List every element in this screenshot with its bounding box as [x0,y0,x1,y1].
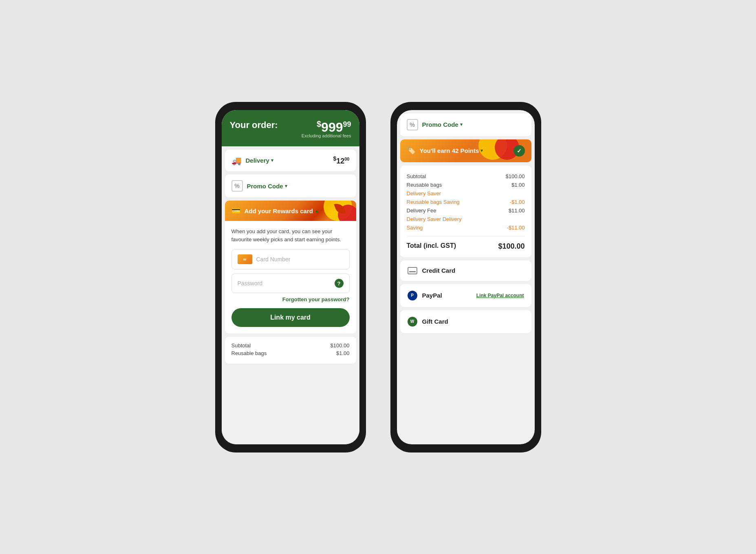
order-title: Your order: [230,120,278,130]
phone1-summary: Subtotal $100.00 Reusable bags $1.00 [225,337,356,364]
price-main: 999 [321,119,343,134]
delivery-chevron: ▾ [271,158,273,163]
link-card-button[interactable]: Link my card [231,308,350,327]
phone-1-notch [274,102,307,110]
points-chevron: ▾ [480,148,483,153]
rewards-header-left: 💳 Add your Rewards card ▲ [231,206,319,215]
points-check-icon: ✓ [514,145,525,157]
price-cents: 99 [343,120,351,128]
gift-card-option[interactable]: W Gift Card [400,310,531,333]
help-icon[interactable]: ? [335,279,344,288]
excluding-fees: Excluding additional fees [302,133,351,138]
points-banner[interactable]: 🏷️ You'll earn 42 Points ▾ ✓ [400,139,531,162]
delivery-price-cents: 00 [344,157,349,161]
woolworths-icon: W [408,317,417,327]
rewards-card-mini-icon: W [238,254,252,264]
promo-section-2[interactable]: % Promo Code ▾ [400,113,531,136]
rewards-header[interactable]: 💳 Add your Rewards card ▲ [225,201,356,221]
promo-section[interactable]: % Promo Code ▾ [225,174,356,197]
credit-card-label: Credit Card [422,267,524,274]
subtotal-row: Subtotal $100.00 [231,342,350,349]
rewards-card-icon: 💳 [231,206,240,215]
paypal-option[interactable]: P PayPal Link PayPal account [400,284,531,307]
points-rewards-icon: 🏷️ [407,146,416,155]
paypal-icon: P [408,291,417,300]
delivery-price: $1200 [333,155,349,166]
link-paypal-text[interactable]: Link PayPal account [476,293,524,298]
total-value: $100.00 [498,242,525,251]
delivery-truck-icon: 🚚 [231,156,242,166]
total-row: Total (incl. GST) $100.00 [407,236,525,251]
points-text: You'll earn 42 Points ▾ [420,147,509,154]
rewards-section: 💳 Add your Rewards card ▲ [225,201,356,333]
summary-row-delivery-saving: Saving -$11.00 [407,223,525,232]
summary-row-delivery-fee: Delivery Fee $11.00 [407,206,525,215]
rewards-body: When you add your card, you can see your… [225,221,356,333]
phone-2-screen: % Promo Code ▾ 🏷️ You'll earn 42 Points … [397,110,535,444]
summary-row-bags: Reusable bags $1.00 [407,181,525,189]
promo-icon: % [231,180,243,192]
phone-2: % Promo Code ▾ 🏷️ You'll earn 42 Points … [390,102,541,452]
rewards-decoration [324,201,356,221]
gift-card-label: Gift Card [422,318,524,325]
card-number-placeholder: Card Number [256,256,291,263]
price-dollar-sign: $ [317,119,321,128]
subtotal-value: $100.00 [331,342,350,349]
password-placeholder: Password [238,280,262,287]
password-input[interactable]: Password ? [231,274,350,293]
order-price: $99999 [302,120,351,134]
delivery-left: 🚚 Delivery ▾ [231,156,273,166]
promo-label: Promo Code ▾ [247,183,287,190]
reusable-value: $1.00 [336,350,350,356]
phone-1-screen: Your order: $99999 Excluding additional … [222,110,359,444]
card-number-input[interactable]: W Card Number [231,249,350,269]
summary-row-bags-saving: Reusable bags Saving -$1.00 [407,198,525,206]
page-container: Your order: $99999 Excluding additional … [191,77,566,477]
order-header: Your order: $99999 Excluding additional … [222,110,359,147]
delivery-label: Delivery ▾ [246,157,273,164]
promo-label-2: Promo Code ▾ [422,121,463,128]
rewards-description: When you add your card, you can see your… [231,227,350,243]
reusable-label: Reusable bags [231,350,267,356]
phone-1-content: 🚚 Delivery ▾ $1200 % Promo Code [222,146,359,444]
phone-1: Your order: $99999 Excluding additional … [215,102,366,452]
total-label: Total (incl. GST) [407,242,456,251]
promo-chevron: ▾ [285,183,287,189]
credit-card-option[interactable]: Credit Card [400,260,531,281]
promo-chevron-2: ▾ [460,122,463,127]
reusable-row: Reusable bags $1.00 [231,350,350,356]
summary-row-subtotal: Subtotal $100.00 [407,172,525,181]
forgotten-password-link[interactable]: Forgotten your password? [231,296,350,302]
phone-2-content: % Promo Code ▾ 🏷️ You'll earn 42 Points … [397,110,535,444]
order-price-container: $99999 Excluding additional fees [302,120,351,139]
subtotal-label: Subtotal [231,342,251,349]
rewards-chevron: ▲ [315,208,319,213]
credit-card-icon [408,267,417,274]
summary-table: Subtotal $100.00 Reusable bags $1.00 Del… [400,166,531,257]
rewards-label: Add your Rewards card ▲ [245,207,319,214]
summary-row-delivery-saver-saving: Delivery Saver Delivery [407,215,525,223]
payment-options: Credit Card P PayPal Link PayPal account… [400,260,531,333]
promo-icon-2: % [407,119,418,130]
delivery-section[interactable]: 🚚 Delivery ▾ $1200 [225,150,356,171]
summary-row-delivery-saver: Delivery Saver [407,189,525,198]
delivery-price-main: 12 [336,157,344,165]
phone-2-notch [450,102,482,110]
paypal-label: PayPal [422,292,472,299]
